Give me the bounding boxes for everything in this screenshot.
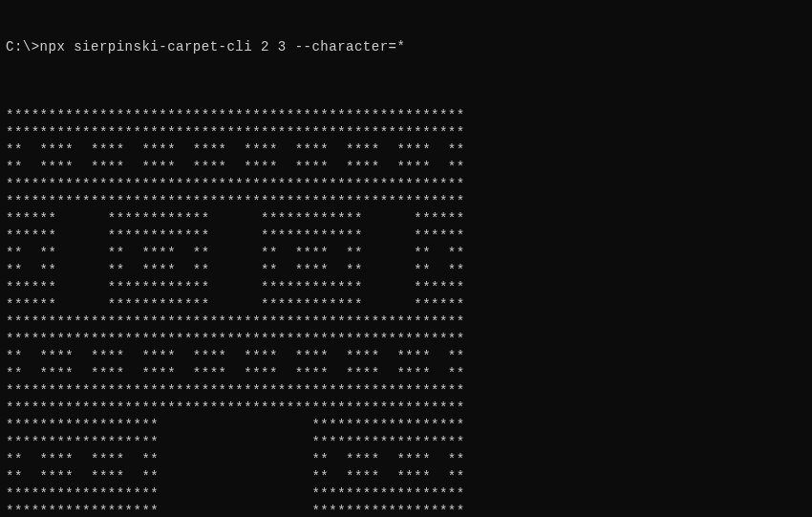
sierpinski-output: ****************************************… xyxy=(6,107,806,517)
prompt-path: C:\> xyxy=(6,39,40,54)
command-text: npx sierpinski-carpet-cli 2 3 --characte… xyxy=(40,39,406,54)
terminal-window[interactable]: C:\>npx sierpinski-carpet-cli 2 3 --char… xyxy=(6,4,806,517)
command-line-1: C:\>npx sierpinski-carpet-cli 2 3 --char… xyxy=(6,38,806,55)
